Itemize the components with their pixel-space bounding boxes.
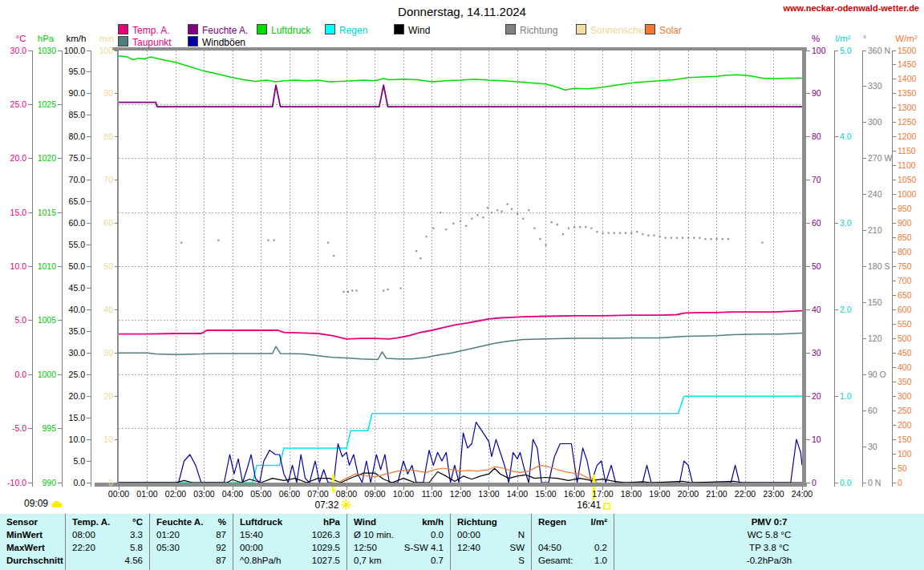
svg-text:300: 300 (898, 391, 912, 401)
legend-label: Luftdruck (271, 25, 310, 36)
cell-value: 87 (216, 554, 226, 567)
svg-text:100.0: 100.0 (64, 46, 85, 55)
svg-text:-5.0: -5.0 (12, 423, 26, 433)
table-cell: 15:401026.3 (233, 528, 346, 541)
svg-text:1010: 1010 (38, 261, 57, 271)
svg-text:22:00: 22:00 (735, 489, 756, 499)
svg-text:100: 100 (812, 46, 826, 55)
legend-label: Windböen (202, 37, 245, 48)
svg-text:07:00: 07:00 (307, 489, 328, 499)
table-cell: S (451, 554, 531, 567)
legend-swatch-icon (257, 24, 267, 34)
svg-text:1020: 1020 (38, 153, 57, 163)
svg-text:55.0: 55.0 (69, 240, 86, 249)
cell-value: 4.56 (125, 554, 143, 567)
legend-swatch-icon (325, 24, 335, 34)
svg-text:85.0: 85.0 (69, 110, 86, 119)
column-title: Richtung (457, 515, 497, 528)
legend-label: Regen (339, 25, 367, 36)
table-cell: 00:00N (451, 528, 531, 541)
svg-text:60: 60 (868, 406, 877, 415)
axis-unit-wind: km/h (67, 34, 87, 43)
axis-direction: 360 N330300270 W240210180 S15012090 O603… (862, 34, 892, 487)
cell-value: 1026.3 (312, 528, 340, 541)
svg-text:1400: 1400 (898, 74, 917, 83)
column-title: Temp. A. (72, 515, 110, 528)
table-cell: 12:40SW (451, 541, 531, 554)
svg-text:10: 10 (812, 435, 821, 444)
svg-text:12:00: 12:00 (450, 489, 471, 499)
column-unit: km/h (422, 515, 444, 528)
svg-text:09:00: 09:00 (364, 489, 385, 499)
pmv-value: WC 5.8 °C (614, 528, 924, 541)
cell-time: 00:00 (457, 528, 480, 541)
axis-unit-pressure: hPa (38, 34, 55, 43)
cell-value: S-SW 4.1 (404, 541, 444, 554)
svg-text:03:00: 03:00 (193, 489, 214, 499)
legend-item-feuchte-a-: Feuchte A. (188, 24, 248, 34)
svg-text:50: 50 (898, 463, 907, 473)
svg-text:02:00: 02:00 (165, 489, 186, 499)
svg-text:90: 90 (103, 88, 113, 98)
svg-text:100: 100 (99, 46, 113, 55)
sunset-marker: 16:41 (577, 499, 610, 511)
moonrise-marker: 09:09 (24, 498, 63, 509)
svg-text:20: 20 (812, 391, 821, 401)
svg-text:400: 400 (898, 362, 912, 372)
pmv-value: -0.2hPa/3h (614, 554, 924, 567)
svg-text:1015: 1015 (38, 208, 57, 217)
column-header: Windkm/h (347, 514, 450, 528)
table-cell: ^0.8hPa/h1027.5 (233, 554, 346, 567)
svg-text:95.0: 95.0 (69, 67, 86, 76)
axis-humidity: 1009080706050403020100% (806, 34, 826, 487)
table-col-feuchte-a-: Feuchte A.%01:208705:309287 (150, 514, 233, 570)
row-label: MaxWert (0, 541, 65, 554)
column-title: Regen (538, 515, 566, 528)
table-cell: 22:205.8 (66, 541, 149, 554)
legend-swatch-icon (188, 36, 198, 46)
legend-label: Sonnenschein (590, 25, 651, 36)
legend-swatch-icon (118, 36, 128, 46)
sunrise-marker: 07:32 (314, 499, 351, 511)
table-cell: 05:3092 (150, 541, 233, 554)
svg-text:60.0: 60.0 (69, 218, 86, 228)
svg-text:0: 0 (108, 478, 113, 487)
svg-text:40.0: 40.0 (69, 305, 86, 314)
svg-text:360 N: 360 N (868, 46, 890, 55)
legend-swatch-icon (576, 24, 586, 34)
legend-swatch-icon (118, 24, 128, 34)
svg-text:30.0: 30.0 (10, 46, 27, 55)
svg-text:00:00: 00:00 (108, 489, 129, 499)
legend-item-solar: Solar (645, 24, 682, 34)
svg-text:11:00: 11:00 (422, 489, 443, 499)
column-unit: hPa (323, 515, 340, 528)
column-header: LuftdruckhPa (233, 514, 346, 528)
svg-text:700: 700 (898, 276, 912, 285)
svg-text:15.0: 15.0 (69, 413, 86, 422)
svg-text:01:00: 01:00 (136, 489, 157, 499)
svg-text:0.0: 0.0 (73, 478, 85, 487)
legend-swatch-icon (645, 24, 655, 34)
cell-value: 0.0 (431, 528, 444, 541)
legend-label: Richtung (520, 25, 557, 36)
svg-text:30.0: 30.0 (69, 348, 86, 358)
legend-item-windb-en: Windböen (188, 36, 245, 46)
cell-value: 87 (216, 528, 226, 541)
legend-swatch-icon (394, 24, 404, 34)
moonrise-marker-time: 09:09 (24, 498, 48, 509)
cell-value: 1029.5 (312, 541, 340, 554)
svg-text:30: 30 (103, 348, 113, 358)
svg-text:50: 50 (812, 261, 821, 271)
svg-text:08:00: 08:00 (336, 489, 357, 499)
table-col-regen: Regenl/m²04:500.2Gesamt:1.0 (532, 514, 614, 570)
column-title: Luftdruck (240, 515, 282, 528)
legend-item-wind: Wind (394, 24, 430, 34)
column-unit: % (218, 515, 226, 528)
row-label: Sensor (0, 514, 65, 528)
legend-label: Feuchte A. (202, 25, 248, 36)
table-col-wind: Windkm/hØ 10 min.0.012:50S-SW 4.10,7 km0… (347, 514, 451, 570)
axis-unit-direction: ° (863, 34, 867, 43)
legend-item-richtung: Richtung (505, 24, 557, 34)
svg-text:06:00: 06:00 (279, 489, 300, 499)
sunrise-marker-time: 07:32 (314, 499, 338, 511)
